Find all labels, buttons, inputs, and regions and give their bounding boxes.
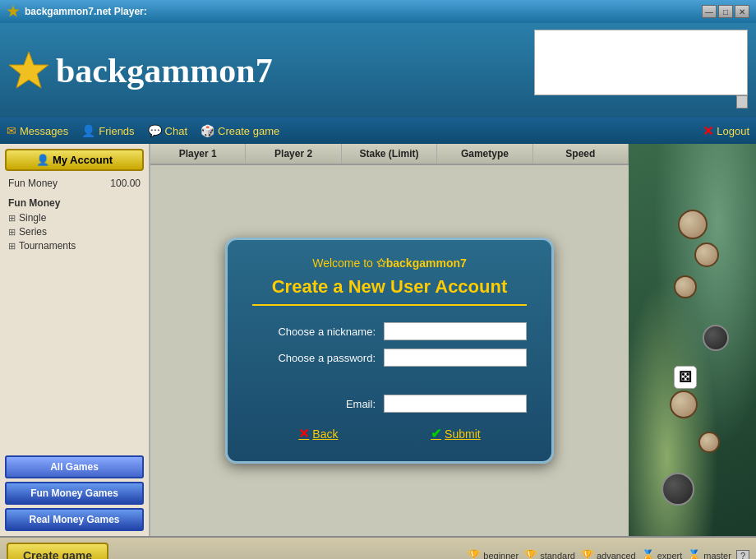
real-money-games-button[interactable]: Real Money Games	[5, 508, 144, 531]
expert-icon: 🏅	[641, 549, 655, 559]
advanced-icon: 🏆	[580, 549, 594, 559]
navbar: ✉ Messages 👤 Friends 💬 Chat 🎲 Create gam…	[0, 118, 756, 144]
logout-nav[interactable]: ✕ Logout	[703, 123, 749, 139]
titlebar-text: backgammon7.net Player:	[25, 6, 147, 17]
master-icon: 🏅	[687, 549, 701, 559]
chat-icon: 💬	[148, 124, 162, 137]
svg-marker-0	[9, 52, 48, 88]
welcome-text: Welcome to	[312, 256, 376, 270]
statusbar: Create game 🏆 beginner 🏆 standard 🏆 adva…	[0, 536, 756, 559]
maximize-button[interactable]: □	[718, 5, 733, 18]
chat-label: Chat	[165, 125, 187, 137]
fun-money-value: 100.00	[110, 178, 141, 189]
advanced-label: advanced	[597, 551, 636, 559]
expand-icon: ⊞	[8, 241, 16, 252]
deco-piece-6	[698, 432, 720, 453]
messages-nav[interactable]: ✉ Messages	[7, 124, 68, 137]
messages-icon: ✉	[7, 124, 16, 137]
create-game-nav[interactable]: 🎲 Create game	[201, 124, 279, 137]
level-badges: 🏆 beginner 🏆 standard 🏆 advanced 🏅 exper…	[467, 549, 756, 559]
account-icon: 👤	[36, 154, 49, 166]
back-label: Back	[312, 427, 338, 441]
tournaments-label: Tournaments	[19, 240, 76, 252]
sidebar-item-series[interactable]: ⊞ Series	[8, 226, 141, 238]
main-area: 👤 My Account Fun Money 100.00 Fun Money …	[0, 144, 756, 536]
logo-star-icon	[8, 50, 49, 91]
header: backgammon7	[0, 23, 756, 118]
submit-check-icon: ✔	[431, 426, 441, 441]
panel-actions: ✕ Back ✔ Submit	[252, 426, 527, 441]
sidebar-item-tournaments[interactable]: ⊞ Tournaments	[8, 240, 141, 252]
nickname-label: Choose a nickname:	[252, 326, 384, 338]
my-account-button[interactable]: 👤 My Account	[5, 149, 144, 171]
fun-money-label: Fun Money	[8, 178, 58, 189]
sidebar-bottom: All Games Fun Money Games Real Money Gam…	[0, 450, 149, 536]
expand-icon: ⊞	[8, 227, 16, 238]
password-input[interactable]	[384, 349, 527, 367]
content-area: Player 1 Player 2 Stake (Limit) Gametype…	[150, 144, 629, 536]
badge-beginner: 🏆 beginner	[467, 549, 519, 559]
create-game-button[interactable]: Create game	[7, 543, 108, 559]
deco-piece-2	[694, 243, 719, 267]
col-stake: Stake (Limit)	[342, 144, 437, 164]
create-game-nav-label: Create game	[218, 125, 279, 137]
master-label: master	[703, 551, 731, 559]
deco-piece-5	[670, 390, 698, 418]
app-icon	[7, 5, 20, 18]
col-player2: Player 2	[246, 144, 341, 164]
unknown-icon: ?	[736, 550, 749, 559]
badge-advanced: 🏆 advanced	[580, 549, 636, 559]
beginner-label: beginner	[483, 551, 519, 559]
fun-money-games-button[interactable]: Fun Money Games	[5, 482, 144, 505]
series-label: Series	[19, 226, 47, 238]
deco-piece-1	[678, 210, 708, 239]
friends-icon: 👤	[81, 124, 95, 137]
titlebar: backgammon7.net Player: — □ ✕	[0, 0, 756, 23]
email-row: Email:	[252, 395, 527, 413]
email-input[interactable]	[384, 395, 527, 413]
nickname-row: Choose a nickname:	[252, 322, 527, 340]
back-button[interactable]: ✕ Back	[298, 426, 338, 441]
friends-label: Friends	[99, 125, 134, 137]
back-x-icon: ✕	[298, 426, 309, 441]
logout-label: Logout	[717, 125, 749, 137]
expand-icon: ⊞	[8, 213, 16, 224]
my-account-label: My Account	[53, 154, 113, 166]
logo-area: backgammon7	[8, 50, 273, 91]
deco-piece-4	[703, 325, 729, 351]
create-game-icon: 🎲	[201, 124, 214, 137]
right-panel: ⚄	[629, 144, 756, 536]
fun-money-row: Fun Money 100.00	[0, 176, 149, 191]
nickname-input[interactable]	[384, 322, 527, 340]
logo-inline: ✩backgammon7	[376, 256, 467, 270]
deco-piece-7	[662, 473, 694, 506]
friends-nav[interactable]: 👤 Friends	[81, 124, 134, 137]
all-games-button[interactable]: All Games	[5, 455, 144, 478]
messages-label: Messages	[20, 125, 68, 137]
badge-master: 🏅 master	[687, 549, 731, 559]
password-label: Choose a password:	[252, 352, 384, 364]
logout-x-icon: ✕	[703, 123, 713, 139]
form-area: Welcome to ✩backgammon7 Create a New Use…	[150, 165, 629, 536]
single-label: Single	[19, 212, 46, 224]
close-button[interactable]: ✕	[735, 5, 749, 18]
col-speed: Speed	[533, 144, 629, 164]
tree-section-label: Fun Money	[8, 197, 141, 209]
chat-nav[interactable]: 💬 Chat	[148, 124, 187, 137]
beginner-icon: 🏆	[467, 549, 481, 559]
dice-icon: ⚄	[674, 366, 697, 389]
chat-scrollbar[interactable]	[736, 95, 748, 109]
email-label: Email:	[252, 398, 384, 410]
standard-label: standard	[540, 551, 575, 559]
sidebar-tree: Fun Money ⊞ Single ⊞ Series ⊞ Tournament…	[0, 191, 149, 450]
badge-unknown[interactable]: ?	[736, 550, 749, 559]
submit-button[interactable]: ✔ Submit	[431, 426, 481, 441]
sidebar: 👤 My Account Fun Money 100.00 Fun Money …	[0, 144, 150, 536]
minimize-button[interactable]: —	[702, 5, 717, 18]
sidebar-item-single[interactable]: ⊞ Single	[8, 212, 141, 224]
chat-panel	[534, 30, 748, 95]
submit-label: Submit	[445, 427, 481, 441]
col-gametype: Gametype	[437, 144, 532, 164]
panel-title: Create a New User Account	[252, 276, 527, 306]
table-header: Player 1 Player 2 Stake (Limit) Gametype…	[150, 144, 629, 165]
